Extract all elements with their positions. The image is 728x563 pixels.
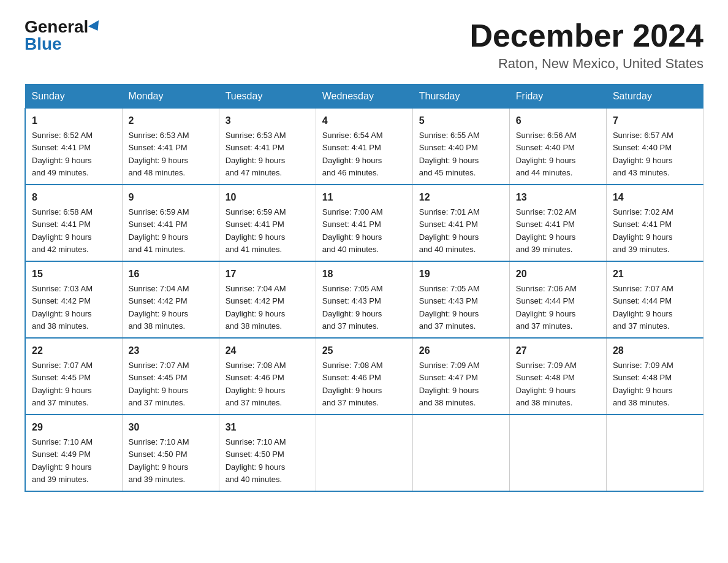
calendar-header-row: SundayMondayTuesdayWednesdayThursdayFrid… <box>25 85 703 109</box>
day-number: 30 <box>129 420 213 435</box>
day-info: Sunrise: 6:52 AMSunset: 4:41 PMDaylight:… <box>32 131 93 177</box>
calendar-cell: 5 Sunrise: 6:55 AMSunset: 4:40 PMDayligh… <box>412 109 509 185</box>
calendar-title: December 2024 <box>469 18 703 53</box>
day-number: 28 <box>613 343 697 358</box>
day-number: 27 <box>516 343 600 358</box>
day-number: 17 <box>226 267 309 282</box>
day-number: 6 <box>516 113 600 128</box>
day-number: 11 <box>322 190 406 205</box>
calendar-cell <box>412 415 509 491</box>
title-block: December 2024 Raton, New Mexico, United … <box>469 18 703 72</box>
calendar-cell: 12 Sunrise: 7:01 AMSunset: 4:41 PMDaylig… <box>412 185 509 261</box>
day-number: 14 <box>613 190 697 205</box>
calendar-cell: 24 Sunrise: 7:08 AMSunset: 4:46 PMDaylig… <box>219 338 316 415</box>
day-number: 2 <box>129 113 213 128</box>
day-info: Sunrise: 6:53 AMSunset: 4:41 PMDaylight:… <box>226 131 286 177</box>
day-number: 9 <box>129 190 213 205</box>
calendar-cell: 29 Sunrise: 7:10 AMSunset: 4:49 PMDaylig… <box>25 415 122 491</box>
calendar-cell <box>509 415 606 491</box>
day-number: 19 <box>419 267 503 282</box>
calendar-week-row: 29 Sunrise: 7:10 AMSunset: 4:49 PMDaylig… <box>25 415 703 491</box>
calendar-cell: 13 Sunrise: 7:02 AMSunset: 4:41 PMDaylig… <box>509 185 606 261</box>
calendar-cell: 31 Sunrise: 7:10 AMSunset: 4:50 PMDaylig… <box>219 415 316 491</box>
calendar-cell: 8 Sunrise: 6:58 AMSunset: 4:41 PMDayligh… <box>25 185 122 261</box>
calendar-cell <box>606 415 703 491</box>
logo-blue: Blue <box>25 36 62 53</box>
day-number: 25 <box>322 343 406 358</box>
calendar-cell: 6 Sunrise: 6:56 AMSunset: 4:40 PMDayligh… <box>509 109 606 185</box>
day-number: 29 <box>32 420 116 435</box>
day-number: 15 <box>32 267 116 282</box>
day-info: Sunrise: 7:00 AMSunset: 4:41 PMDaylight:… <box>322 207 383 254</box>
day-number: 4 <box>322 113 406 128</box>
day-number: 8 <box>32 190 116 205</box>
day-info: Sunrise: 6:53 AMSunset: 4:41 PMDaylight:… <box>129 131 189 177</box>
calendar-cell: 1 Sunrise: 6:52 AMSunset: 4:41 PMDayligh… <box>25 109 122 185</box>
day-info: Sunrise: 7:02 AMSunset: 4:41 PMDaylight:… <box>613 207 673 254</box>
calendar-cell: 30 Sunrise: 7:10 AMSunset: 4:50 PMDaylig… <box>122 415 219 491</box>
day-number: 1 <box>32 113 116 128</box>
calendar-cell: 17 Sunrise: 7:04 AMSunset: 4:42 PMDaylig… <box>219 261 316 338</box>
calendar-cell <box>316 415 412 491</box>
day-info: Sunrise: 7:05 AMSunset: 4:43 PMDaylight:… <box>322 284 383 331</box>
day-number: 21 <box>613 267 697 282</box>
calendar-cell: 18 Sunrise: 7:05 AMSunset: 4:43 PMDaylig… <box>316 261 412 338</box>
day-info: Sunrise: 7:04 AMSunset: 4:42 PMDaylight:… <box>226 284 286 331</box>
day-info: Sunrise: 6:58 AMSunset: 4:41 PMDaylight:… <box>32 207 93 254</box>
day-info: Sunrise: 7:01 AMSunset: 4:41 PMDaylight:… <box>419 207 480 254</box>
calendar-cell: 10 Sunrise: 6:59 AMSunset: 4:41 PMDaylig… <box>219 185 316 261</box>
day-info: Sunrise: 7:09 AMSunset: 4:48 PMDaylight:… <box>516 361 577 407</box>
day-number: 10 <box>226 190 309 205</box>
day-info: Sunrise: 7:05 AMSunset: 4:43 PMDaylight:… <box>419 284 480 331</box>
day-info: Sunrise: 7:08 AMSunset: 4:46 PMDaylight:… <box>226 361 286 407</box>
day-info: Sunrise: 7:03 AMSunset: 4:42 PMDaylight:… <box>32 284 93 331</box>
weekday-header-tuesday: Tuesday <box>219 85 316 109</box>
day-number: 7 <box>613 113 697 128</box>
calendar-cell: 9 Sunrise: 6:59 AMSunset: 4:41 PMDayligh… <box>122 185 219 261</box>
calendar-week-row: 22 Sunrise: 7:07 AMSunset: 4:45 PMDaylig… <box>25 338 703 415</box>
day-info: Sunrise: 7:07 AMSunset: 4:44 PMDaylight:… <box>613 284 673 331</box>
day-info: Sunrise: 7:02 AMSunset: 4:41 PMDaylight:… <box>516 207 577 254</box>
day-info: Sunrise: 6:56 AMSunset: 4:40 PMDaylight:… <box>516 131 577 177</box>
calendar-cell: 20 Sunrise: 7:06 AMSunset: 4:44 PMDaylig… <box>509 261 606 338</box>
day-info: Sunrise: 6:55 AMSunset: 4:40 PMDaylight:… <box>419 131 480 177</box>
calendar-subtitle: Raton, New Mexico, United States <box>469 56 703 72</box>
calendar-cell: 2 Sunrise: 6:53 AMSunset: 4:41 PMDayligh… <box>122 109 219 185</box>
day-number: 22 <box>32 343 116 358</box>
page-header: General Blue December 2024 Raton, New Me… <box>25 18 703 72</box>
calendar-week-row: 1 Sunrise: 6:52 AMSunset: 4:41 PMDayligh… <box>25 109 703 185</box>
calendar-cell: 4 Sunrise: 6:54 AMSunset: 4:41 PMDayligh… <box>316 109 412 185</box>
calendar-cell: 7 Sunrise: 6:57 AMSunset: 4:40 PMDayligh… <box>606 109 703 185</box>
day-info: Sunrise: 7:07 AMSunset: 4:45 PMDaylight:… <box>129 361 189 407</box>
day-number: 3 <box>226 113 309 128</box>
logo-general: General <box>25 18 88 36</box>
weekday-header-friday: Friday <box>509 85 606 109</box>
day-info: Sunrise: 7:10 AMSunset: 4:50 PMDaylight:… <box>129 437 189 484</box>
calendar-cell: 16 Sunrise: 7:04 AMSunset: 4:42 PMDaylig… <box>122 261 219 338</box>
weekday-header-thursday: Thursday <box>412 85 509 109</box>
calendar-cell: 26 Sunrise: 7:09 AMSunset: 4:47 PMDaylig… <box>412 338 509 415</box>
weekday-header-wednesday: Wednesday <box>316 85 412 109</box>
day-info: Sunrise: 7:09 AMSunset: 4:48 PMDaylight:… <box>613 361 673 407</box>
calendar-cell: 11 Sunrise: 7:00 AMSunset: 4:41 PMDaylig… <box>316 185 412 261</box>
calendar-cell: 15 Sunrise: 7:03 AMSunset: 4:42 PMDaylig… <box>25 261 122 338</box>
calendar-cell: 23 Sunrise: 7:07 AMSunset: 4:45 PMDaylig… <box>122 338 219 415</box>
calendar-cell: 19 Sunrise: 7:05 AMSunset: 4:43 PMDaylig… <box>412 261 509 338</box>
day-number: 13 <box>516 190 600 205</box>
day-info: Sunrise: 7:09 AMSunset: 4:47 PMDaylight:… <box>419 361 480 407</box>
day-number: 31 <box>226 420 309 435</box>
calendar-week-row: 15 Sunrise: 7:03 AMSunset: 4:42 PMDaylig… <box>25 261 703 338</box>
day-info: Sunrise: 6:59 AMSunset: 4:41 PMDaylight:… <box>226 207 286 254</box>
day-number: 12 <box>419 190 503 205</box>
day-number: 26 <box>419 343 503 358</box>
day-number: 23 <box>129 343 213 358</box>
day-info: Sunrise: 7:10 AMSunset: 4:49 PMDaylight:… <box>32 437 93 484</box>
day-number: 5 <box>419 113 503 128</box>
logo-arrow-icon <box>88 20 103 34</box>
weekday-header-saturday: Saturday <box>606 85 703 109</box>
day-info: Sunrise: 7:06 AMSunset: 4:44 PMDaylight:… <box>516 284 577 331</box>
day-number: 24 <box>226 343 309 358</box>
calendar-cell: 28 Sunrise: 7:09 AMSunset: 4:48 PMDaylig… <box>606 338 703 415</box>
day-number: 16 <box>129 267 213 282</box>
calendar-week-row: 8 Sunrise: 6:58 AMSunset: 4:41 PMDayligh… <box>25 185 703 261</box>
